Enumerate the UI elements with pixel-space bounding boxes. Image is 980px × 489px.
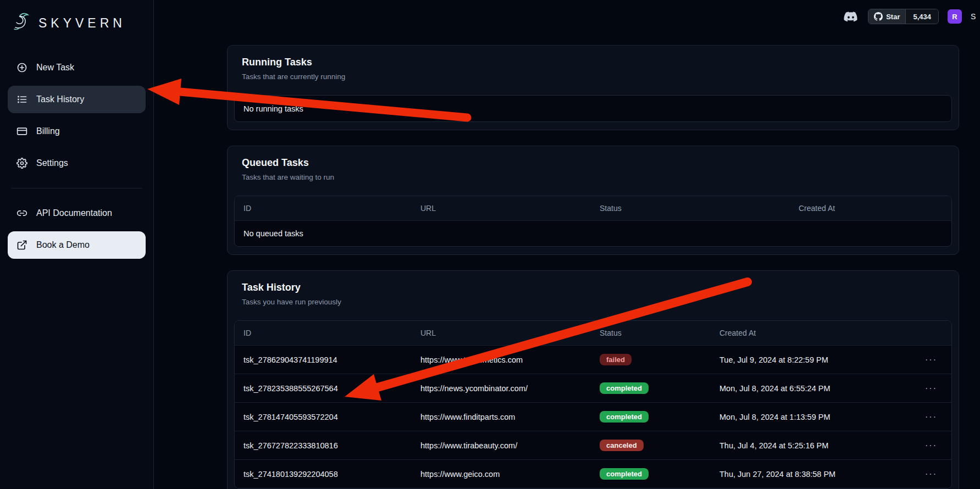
queued-tasks-card: Queued Tasks Tasks that are waiting to r…	[227, 146, 959, 255]
external-link-icon	[16, 240, 27, 251]
task-actions-cell: ···	[892, 441, 951, 451]
list-icon	[16, 94, 27, 105]
task-created-at: Thu, Jul 4, 2024 at 5:25:16 PM	[711, 441, 892, 450]
sidebar-item-label: API Documentation	[36, 208, 112, 218]
link-icon	[16, 208, 27, 219]
empty-message: No running tasks	[235, 104, 951, 113]
main-content: Star 5,434 R S Running Tasks Tasks that …	[154, 0, 980, 489]
app-root: SKYVERN New Task Task History Billing Se…	[0, 0, 980, 489]
github-star-button[interactable]: Star 5,434	[868, 9, 939, 24]
topbar: Star 5,434 R S	[154, 0, 980, 33]
card-title: Queued Tasks	[242, 157, 944, 169]
sidebar-nav: New Task Task History Billing Settings A…	[8, 54, 146, 259]
task-id: tsk_278147405593572204	[235, 413, 412, 421]
task-url: https://www.finditparts.com	[412, 413, 591, 421]
sidebar: SKYVERN New Task Task History Billing Se…	[0, 0, 154, 489]
table-header-row: ID URL Status Created At	[235, 196, 951, 220]
status-badge: completed	[600, 411, 649, 423]
task-status-cell: canceled	[591, 440, 711, 451]
credit-card-icon	[16, 126, 27, 137]
empty-message: No queued tasks	[235, 229, 951, 238]
column-header-id: ID	[235, 204, 412, 213]
book-a-demo-button[interactable]: Book a Demo	[8, 231, 146, 259]
task-actions-cell: ···	[892, 355, 951, 365]
row-actions-button[interactable]: ···	[925, 469, 937, 479]
running-tasks-header: Running Tasks Tasks that are currently r…	[228, 46, 959, 91]
row-actions-button[interactable]: ···	[925, 355, 937, 364]
task-id: tsk_276727822333810816	[235, 441, 412, 450]
task-actions-cell: ···	[892, 469, 951, 479]
task-created-at: Mon, Jul 8, 2024 at 6:55:24 PM	[711, 384, 892, 393]
brand-name: SKYVERN	[38, 16, 126, 31]
cards-container: Running Tasks Tasks that are currently r…	[154, 33, 980, 489]
plus-circle-icon	[16, 62, 27, 73]
row-actions-button[interactable]: ···	[925, 441, 937, 450]
row-actions-button[interactable]: ···	[925, 384, 937, 393]
queued-tasks-table: ID URL Status Created At No queued tasks	[234, 196, 952, 247]
skyvern-logo-icon	[11, 11, 33, 35]
logo: SKYVERN	[8, 9, 146, 49]
task-history-header: Task History Tasks you have run previous…	[228, 271, 959, 316]
task-row[interactable]: tsk_278629043741199914 https://www.tecos…	[235, 345, 951, 374]
task-id: tsk_274180139292204058	[235, 470, 412, 479]
task-url: https://www.tecosmetics.com	[412, 355, 591, 364]
status-badge: failed	[600, 354, 632, 365]
task-created-at: Tue, Jul 9, 2024 at 8:22:59 PM	[711, 355, 892, 364]
status-badge: canceled	[600, 440, 644, 451]
github-icon	[874, 12, 883, 21]
card-subtitle: Tasks you have run previously	[242, 298, 944, 306]
sidebar-item-task-history[interactable]: Task History	[8, 86, 146, 113]
queued-tasks-header: Queued Tasks Tasks that are waiting to r…	[228, 146, 959, 191]
status-badge: completed	[600, 468, 649, 480]
status-badge: completed	[600, 382, 649, 394]
task-url: https://news.ycombinator.com/	[412, 384, 591, 393]
sidebar-item-label: Settings	[36, 158, 68, 168]
column-header-status: Status	[591, 329, 711, 337]
column-header-id: ID	[235, 329, 412, 337]
discord-icon[interactable]	[843, 10, 859, 23]
running-tasks-card: Running Tasks Tasks that are currently r…	[227, 45, 959, 130]
user-name-truncated: S	[971, 12, 978, 21]
task-row[interactable]: tsk_274180139292204058 https://www.geico…	[235, 459, 951, 488]
task-actions-cell: ···	[892, 384, 951, 393]
github-star-count: 5,434	[905, 9, 938, 24]
sidebar-item-label: Book a Demo	[36, 240, 90, 250]
sidebar-divider	[11, 188, 142, 188]
user-avatar[interactable]: R	[948, 9, 962, 24]
empty-state-row: No running tasks	[235, 96, 951, 121]
task-actions-cell: ···	[892, 412, 951, 422]
card-title: Task History	[242, 282, 944, 293]
task-row[interactable]: tsk_278235388555267564 https://news.ycom…	[235, 374, 951, 402]
task-created-at: Mon, Jul 8, 2024 at 1:13:59 PM	[711, 413, 892, 421]
column-header-status: Status	[591, 204, 790, 213]
task-id: tsk_278629043741199914	[235, 355, 412, 364]
empty-state-row: No queued tasks	[235, 220, 951, 246]
task-created-at: Thu, Jun 27, 2024 at 8:38:58 PM	[711, 470, 892, 479]
task-url: https://www.tirabeauty.com/	[412, 441, 591, 450]
column-header-url: URL	[412, 204, 591, 213]
sidebar-item-billing[interactable]: Billing	[8, 118, 146, 145]
row-actions-button[interactable]: ···	[925, 412, 937, 421]
task-history-card: Task History Tasks you have run previous…	[227, 270, 959, 489]
task-status-cell: completed	[591, 411, 711, 423]
card-title: Running Tasks	[242, 57, 944, 68]
column-header-created-at: Created At	[711, 329, 892, 337]
sidebar-item-settings[interactable]: Settings	[8, 149, 146, 177]
task-row[interactable]: tsk_276727822333810816 https://www.tirab…	[235, 431, 951, 459]
column-header-url: URL	[412, 329, 591, 337]
column-header-created-at: Created At	[790, 204, 951, 213]
sidebar-item-api-documentation[interactable]: API Documentation	[8, 199, 146, 227]
task-status-cell: completed	[591, 382, 711, 394]
task-row[interactable]: tsk_278147405593572204 https://www.findi…	[235, 402, 951, 431]
task-status-cell: failed	[591, 354, 711, 365]
table-header-row: ID URL Status Created At	[235, 321, 951, 345]
task-id: tsk_278235388555267564	[235, 384, 412, 393]
card-subtitle: Tasks that are currently running	[242, 73, 944, 81]
sidebar-item-new-task[interactable]: New Task	[8, 54, 146, 81]
task-url: https://www.geico.com	[412, 470, 591, 479]
gear-icon	[16, 158, 27, 169]
github-star-label: Star	[886, 13, 900, 21]
sidebar-item-label: Billing	[36, 126, 60, 136]
running-tasks-table: No running tasks	[234, 95, 952, 122]
sidebar-item-label: New Task	[36, 63, 74, 73]
